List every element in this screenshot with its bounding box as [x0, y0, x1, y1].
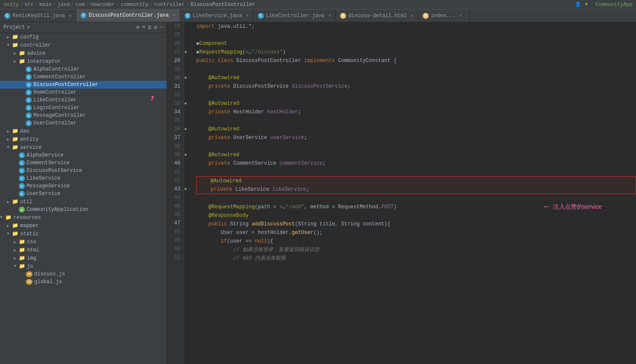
line-numbers: 24 25 26 27 28 29 30 31 32 33 34 35 36 3…: [167, 22, 184, 364]
arrow-icon: ▼: [585, 2, 588, 8]
sidebar-item-interceptor[interactable]: ▶ 📁 interceptor: [0, 57, 167, 65]
gutter-49: [184, 202, 193, 210]
file-icon-usercontroller: C: [26, 120, 32, 126]
tab-index[interactable]: H index... ×: [418, 9, 470, 22]
sidebar-label-controller: controller: [20, 42, 51, 48]
ln-25: 25: [170, 31, 180, 39]
sidebar-item-globaljs[interactable]: JS global.js: [0, 278, 167, 286]
code-line-33: @Autowired: [196, 99, 636, 108]
tab-label-likeservice: LikeService.java: [193, 13, 242, 19]
ln-42: 42: [170, 176, 180, 185]
sidebar-item-controller[interactable]: ▼ 📁 controller: [0, 41, 167, 49]
minimize-icon[interactable]: ─: [160, 24, 163, 31]
sidebar-item-commentservice[interactable]: C CommentService: [0, 159, 167, 167]
gutter-28: [184, 22, 193, 31]
gutter-31: ●: [184, 48, 193, 56]
sidebar-item-advice[interactable]: ▶ 📁 advice: [0, 49, 167, 57]
sidebar-item-messageservice[interactable]: C MessageService: [0, 182, 167, 190]
sidebar-item-img[interactable]: ▶ 📁 img: [0, 254, 167, 262]
folder-icon-mapper: 📁: [12, 222, 18, 229]
gutter-34: ●: [184, 74, 193, 82]
sidebar-item-alphacontroller[interactable]: C AlphaController: [0, 65, 167, 73]
locate-icon[interactable]: ⊕: [136, 24, 140, 31]
sidebar-item-userservice[interactable]: C UserService: [0, 190, 167, 198]
sidebar-item-likecontroller[interactable]: C LikeController: [0, 96, 167, 104]
sidebar-label-interceptor: interceptor: [27, 59, 61, 65]
gutter-48: [184, 193, 193, 202]
sidebar-item-logincontroller[interactable]: C LoginController: [0, 104, 167, 112]
code-line-50: // 如果没有登录，直接返回错误信息: [196, 246, 636, 254]
tab-likecontroller[interactable]: C LikeController.java ×: [254, 9, 336, 22]
tab-close-likecontroller[interactable]: ×: [328, 13, 331, 18]
sidebar-item-commentcontroller[interactable]: C CommentController: [0, 73, 167, 81]
arrow-config: ▶: [7, 35, 12, 40]
sidebar-item-messagecontroller[interactable]: C MessageController: [0, 112, 167, 119]
sidebar-item-entity[interactable]: ▶ 📁 entity: [0, 135, 167, 143]
sidebar-item-dao[interactable]: ▶ 📁 dao: [0, 127, 167, 135]
settings-icon[interactable]: ⚙: [154, 24, 157, 31]
sidebar-item-alphaservice[interactable]: C AlphaService: [0, 151, 167, 159]
sidebar-item-util[interactable]: ▶ 📁 util: [0, 198, 167, 206]
sidebar-item-html[interactable]: ▶ 📁 html: [0, 246, 167, 254]
sidebar-item-css[interactable]: ▶ 📁 css: [0, 238, 167, 246]
file-icon-userservice: C: [19, 191, 25, 197]
gutter-36: [184, 91, 193, 99]
code-line-29: [196, 65, 636, 74]
sidebar-item-mapper[interactable]: ▶ 📁 mapper: [0, 222, 167, 230]
collapse-icon[interactable]: ≣: [148, 24, 152, 31]
tab-close-likeservice[interactable]: ×: [246, 13, 249, 18]
tab-close-index[interactable]: ×: [459, 13, 462, 18]
sidebar-item-discusspostcontroller[interactable]: C DiscussPostController: [0, 81, 167, 89]
file-icon-commentcontroller: C: [26, 74, 32, 80]
arrow-img: ▶: [14, 256, 19, 261]
sidebar-item-usercontroller[interactable]: C UserController: [0, 119, 167, 127]
sidebar-item-likeservice[interactable]: C LikeService: [0, 175, 167, 182]
project-dropdown-icon[interactable]: ▼: [27, 25, 30, 30]
gutter-37: ●: [184, 99, 193, 108]
sidebar-item-discussjs[interactable]: JS discuss.js: [0, 270, 167, 278]
code-line-24: import java.util.*;: [196, 22, 636, 31]
sidebar-label-util: util: [20, 199, 33, 205]
tab-close-discuss-html[interactable]: ×: [411, 13, 414, 18]
sidebar-item-js[interactable]: ▼ 📁 js: [0, 262, 167, 270]
sidebar-item-discusspostservice[interactable]: C DiscussPostService: [0, 167, 167, 175]
code-line-48: User user = hostHolder.getUser();: [196, 228, 636, 237]
sidebar-label-config: config: [20, 34, 39, 40]
editor[interactable]: 24 25 26 27 28 29 30 31 32 33 34 35 36 3…: [167, 22, 636, 364]
arrow-entity: ▶: [7, 137, 12, 142]
expand-icon[interactable]: ≡: [142, 24, 146, 31]
tab-discuss-html[interactable]: H discuss-detail.html ×: [336, 9, 418, 22]
tab-likeservice[interactable]: C LikeService.java ×: [180, 9, 254, 22]
sidebar-item-communityapp[interactable]: ✿ CommunityApplication: [0, 206, 167, 213]
code-line-51: // 403 代表没有权限: [196, 254, 636, 263]
sidebar-label-discusspostcontroller: DiscussPostController: [33, 82, 98, 88]
tab-redis[interactable]: C RedisKeyUtil.java ×: [0, 9, 76, 22]
gutter-45: [184, 168, 193, 176]
file-icon-discussjs: JS: [26, 271, 33, 277]
ln-50: 50: [170, 245, 180, 253]
folder-icon-advice: 📁: [19, 50, 25, 56]
ln-43: 43: [170, 185, 180, 193]
arrow-util: ▶: [7, 199, 12, 204]
code-line-43: private LikeService likeService;: [198, 185, 634, 194]
folder-icon-css: 📁: [19, 239, 25, 245]
app-name: CommunityApp: [591, 2, 633, 8]
tab-close-discuss[interactable]: ×: [173, 13, 176, 18]
sidebar-item-static[interactable]: ▼ 📁 static: [0, 230, 167, 238]
sidebar-item-homecontroller[interactable]: C HomeController: [0, 89, 167, 96]
sidebar-item-service[interactable]: ▼ 📁 service: [0, 143, 167, 151]
tab-close-redis[interactable]: ×: [69, 13, 72, 18]
tab-discuss[interactable]: C DiscussPostController.java ×: [76, 9, 180, 22]
folder-icon-html: 📁: [19, 247, 25, 253]
sidebar-item-resources[interactable]: ▼ 📁 resources: [0, 213, 167, 222]
breadcrumb-active-file: DiscussPostController: [191, 2, 255, 8]
sidebar-label-homecontroller: HomeController: [33, 89, 77, 95]
code-line-46: @ResponseBody: [196, 211, 636, 220]
user-icon: 👤: [575, 1, 581, 8]
arrow-static: ▼: [7, 231, 12, 236]
gutter-35: [184, 82, 193, 91]
sidebar-item-config[interactable]: ▶ 📁 config: [0, 33, 167, 41]
tab-label-discuss-html: discuss-detail.html: [348, 13, 407, 19]
ln-30: 30: [170, 74, 180, 82]
sidebar-label-messageservice: MessageService: [27, 183, 70, 189]
